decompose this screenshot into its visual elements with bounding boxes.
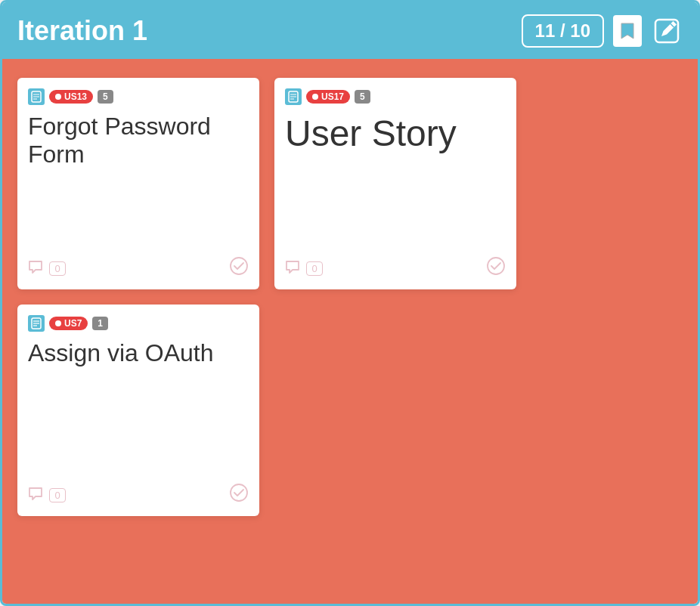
check-icon: [229, 483, 249, 507]
bookmark-icon: [620, 22, 635, 40]
comment-count: 0: [49, 261, 66, 276]
comment-icon: [28, 260, 43, 277]
card-footer: 0: [285, 250, 506, 280]
us-id: US7: [64, 318, 82, 329]
card-title: User Story: [285, 113, 506, 243]
footer-left: 0: [285, 260, 323, 277]
us-badge-dot: [312, 94, 318, 100]
card-title: Forgot Password Form: [28, 113, 249, 243]
us-badge: US7: [49, 317, 88, 330]
check-icon: [229, 256, 249, 280]
edit-icon: [654, 18, 680, 44]
us-id: US13: [64, 91, 87, 102]
edit-button[interactable]: [651, 15, 683, 47]
us-badge-dot: [55, 94, 61, 100]
card-type-icon: [28, 88, 45, 105]
us-badge-dot: [55, 320, 61, 326]
document-icon: [31, 317, 42, 329]
footer-left: 0: [28, 260, 66, 277]
card-meta: US13 5: [28, 88, 249, 105]
points-badge: 1: [92, 317, 108, 330]
svg-point-15: [231, 484, 247, 501]
us-badge: US13: [49, 90, 93, 104]
story-card[interactable]: US17 5 User Story 0: [274, 78, 516, 289]
main-content: US13 5 Forgot Password Form 0: [2, 59, 698, 604]
header: Iteration 1 11 / 10: [2, 2, 698, 59]
card-title: Assign via OAuth: [28, 339, 249, 469]
card-footer: 0: [28, 250, 249, 280]
empty-column: [531, 78, 683, 289]
iteration-title: Iteration 1: [17, 15, 522, 47]
svg-point-5: [231, 258, 247, 274]
us-id: US17: [321, 91, 344, 102]
card-type-icon: [285, 88, 302, 105]
points-badge: 5: [98, 90, 113, 104]
comment-count: 0: [49, 488, 66, 502]
footer-left: 0: [28, 487, 66, 504]
story-card[interactable]: US13 5 Forgot Password Form 0: [17, 78, 259, 289]
comment-count: 0: [306, 261, 323, 276]
app-container: Iteration 1 11 / 10: [0, 0, 700, 606]
us-badge: US17: [306, 90, 350, 104]
document-icon: [31, 91, 42, 103]
comment-icon: [285, 260, 300, 277]
card-meta: US17 5: [285, 88, 506, 105]
comment-icon: [28, 487, 43, 504]
bookmark-button[interactable]: [613, 15, 642, 47]
check-icon: [486, 256, 506, 280]
document-icon: [288, 91, 299, 103]
story-card[interactable]: US7 1 Assign via OAuth 0: [17, 305, 259, 516]
score-badge: 11 / 10: [522, 14, 604, 48]
card-type-icon: [28, 315, 45, 332]
points-badge: 5: [355, 90, 370, 104]
svg-point-10: [488, 258, 504, 274]
header-controls: 11 / 10: [522, 14, 683, 48]
card-footer: 0: [28, 477, 249, 507]
card-meta: US7 1: [28, 315, 249, 332]
